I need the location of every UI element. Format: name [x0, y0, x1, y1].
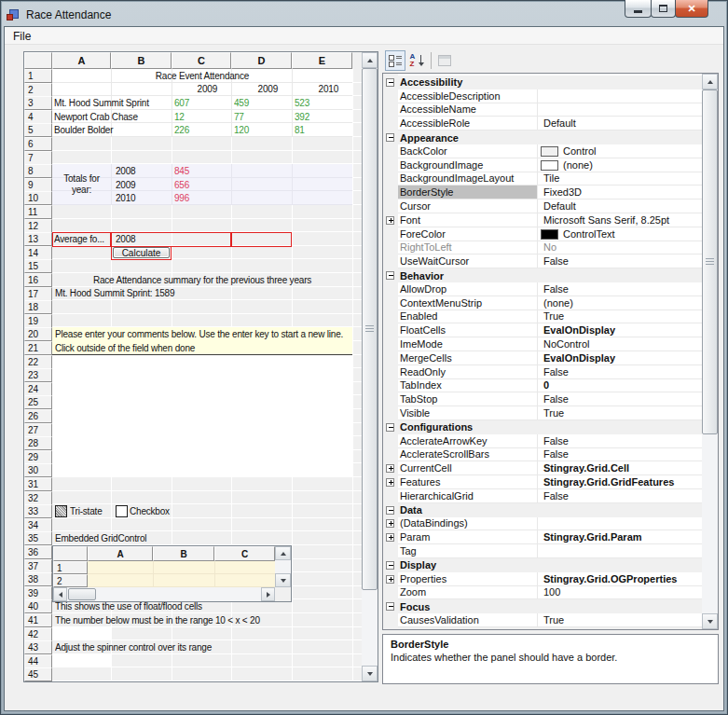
property-row-accleratescrollbars[interactable]: AcclerateScrollBarsFalse [383, 448, 702, 462]
expand-icon[interactable] [386, 216, 394, 225]
sheet-row-header-9[interactable]: 9 [24, 178, 52, 192]
property-row-borderstyle[interactable]: BorderStyleFixed3D [383, 186, 702, 199]
sheet-row-header-13[interactable]: 13 [24, 232, 52, 246]
sheet-row-header-32[interactable]: 32 [24, 491, 52, 505]
sheet-row-header-30[interactable]: 30 [24, 463, 52, 477]
property-name[interactable]: Font [398, 213, 538, 227]
sheet-row-header-7[interactable]: 7 [24, 151, 52, 165]
property-name[interactable]: TabIndex [398, 379, 538, 393]
sheet-row-header-15[interactable]: 15 [24, 259, 52, 273]
property-value[interactable]: NoControl [538, 337, 702, 351]
embedded-vscrollbar[interactable] [275, 546, 291, 587]
property-name[interactable]: ImeMode [398, 337, 538, 351]
category-row-accessibility[interactable]: Accessibility [383, 76, 702, 89]
property-name[interactable]: BorderStyle [398, 186, 538, 199]
property-row-backcolor[interactable]: BackColorControl [383, 144, 702, 158]
property-name[interactable]: (DataBindings) [398, 517, 538, 531]
property-value[interactable]: False [538, 254, 702, 268]
collapse-icon[interactable] [386, 561, 394, 570]
maximize-button[interactable] [651, 0, 676, 18]
property-row-enabled[interactable]: EnabledTrue [383, 310, 702, 324]
sheet-row-header-29[interactable]: 29 [24, 450, 52, 464]
sheet-col-header-A[interactable]: A [52, 52, 111, 69]
property-value[interactable]: Tile [538, 172, 702, 186]
minimize-button[interactable] [625, 0, 652, 18]
expand-icon[interactable] [386, 464, 394, 473]
property-value[interactable]: False [538, 282, 702, 296]
properties-scroll-down-button[interactable] [702, 613, 718, 629]
property-value[interactable]: False [538, 365, 702, 379]
sheet-row-header-6[interactable]: 6 [24, 137, 52, 151]
property-name[interactable]: FloatCells [398, 323, 538, 337]
embedded-scroll-down-button[interactable] [275, 573, 291, 587]
calculate-button[interactable]: Calculate [113, 247, 170, 258]
sheet-scroll-down-button[interactable] [362, 666, 378, 681]
expand-icon[interactable] [386, 519, 394, 528]
property-name[interactable]: TabStop [398, 392, 538, 406]
category-row-appearance[interactable]: Appearance [383, 131, 702, 144]
property-row-mergecells[interactable]: MergeCellsEvalOnDisplay [383, 351, 702, 365]
property-value[interactable]: Fixed3D [538, 186, 702, 199]
property-name[interactable]: AccessibleRole [398, 117, 538, 131]
property-row-hierarchicalgrid[interactable]: HierarchicalGridFalse [383, 489, 702, 503]
property-row-backgroundimagelayout[interactable]: BackgroundImageLayoutTile [383, 172, 702, 186]
property-name[interactable]: AcclerateArrowKey [398, 434, 538, 448]
sheet-col-header-D[interactable]: D [231, 52, 292, 69]
property-value[interactable]: Stingray.Grid.Cell [538, 461, 702, 475]
property-value[interactable]: No [538, 241, 702, 255]
property-name[interactable]: UseWaitCursor [398, 254, 538, 268]
property-row-currentcell[interactable]: CurrentCellStingray.Grid.Cell [383, 461, 702, 475]
property-value[interactable]: False [538, 434, 702, 448]
property-pages-button[interactable] [434, 50, 455, 71]
sheet-row-header-3[interactable]: 3 [24, 96, 52, 110]
property-value[interactable]: False [538, 489, 702, 503]
sheet-row-header-23[interactable]: 23 [24, 368, 52, 382]
property-value[interactable]: Microsoft Sans Serif, 8.25pt [538, 213, 702, 227]
sheet-row-header-16[interactable]: 16 [24, 273, 52, 287]
sheet-row-header-21[interactable]: 21 [24, 341, 52, 355]
property-row-databindings[interactable]: (DataBindings) [383, 517, 702, 531]
category-row-configurations[interactable]: Configurations [383, 420, 702, 434]
property-value[interactable]: Stingray.Grid.OGProperties [538, 572, 702, 586]
sheet-row-header-33[interactable]: 33 [24, 504, 52, 518]
property-value[interactable]: EvalOnDisplay [538, 351, 702, 365]
embedded-col-header-A[interactable]: A [88, 546, 153, 561]
property-name[interactable]: Tag [398, 544, 538, 558]
property-value[interactable]: True [538, 406, 702, 420]
property-value[interactable]: Default [538, 199, 702, 213]
sheet-row-header-37[interactable]: 37 [24, 559, 52, 573]
property-name[interactable]: CausesValidation [398, 613, 538, 627]
category-row-behavior[interactable]: Behavior [383, 268, 702, 282]
sheet-row-header-42[interactable]: 42 [24, 627, 52, 641]
property-value[interactable]: 0 [538, 379, 702, 393]
property-value[interactable]: Stingray.Grid.Param [538, 530, 702, 544]
collapse-icon[interactable] [386, 133, 394, 142]
property-row-zoom[interactable]: Zoom100 [383, 586, 702, 600]
collapse-icon[interactable] [386, 271, 394, 280]
property-name[interactable]: AccessibleDescription [398, 89, 538, 103]
menu-file[interactable]: File [5, 27, 39, 45]
properties-scroll-thumb[interactable] [702, 89, 718, 434]
property-value[interactable]: True [538, 613, 702, 627]
sheet-col-header-C[interactable]: C [172, 52, 231, 69]
property-row-accessiblename[interactable]: AccessibleName [383, 103, 702, 117]
sheet-vscrollbar[interactable] [362, 52, 378, 681]
category-row-focus[interactable]: Focus [383, 599, 702, 613]
category-row-layout[interactable]: Layout [383, 627, 702, 629]
property-name[interactable]: ForeColor [398, 227, 538, 241]
property-value[interactable]: True [538, 310, 702, 324]
property-row-usewaitcursor[interactable]: UseWaitCursorFalse [383, 254, 702, 268]
sheet-row-header-26[interactable]: 26 [24, 409, 52, 423]
sheet-row-header-39[interactable]: 39 [24, 586, 52, 600]
property-row-contextmenustrip[interactable]: ContextMenuStrip(none) [383, 296, 702, 310]
property-name[interactable]: RightToLeft [398, 241, 538, 255]
sheet-row-header-4[interactable]: 4 [24, 110, 52, 124]
sheet-grid[interactable]: ABCDE12345678910111213141516171819202122… [23, 51, 378, 682]
property-value[interactable]: (none) [538, 296, 702, 310]
embedded-row-header-2[interactable]: 2 [53, 574, 88, 587]
checkbox[interactable] [116, 505, 128, 517]
property-name[interactable]: BackColor [398, 144, 538, 158]
close-button[interactable]: ✕ [675, 0, 708, 18]
collapse-icon[interactable] [386, 602, 394, 611]
sheet-row-header-1[interactable]: 1 [24, 69, 52, 83]
